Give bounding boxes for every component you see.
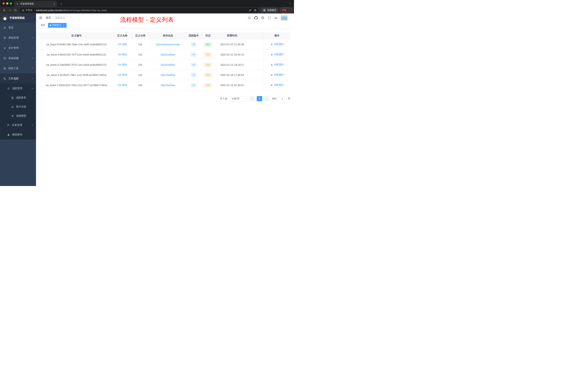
form-info-link[interactable]: /bpm/oa/flow [161,84,175,87]
tag-close-icon[interactable] [62,24,65,27]
definition-id: oa_leave:2:3c1f0ef1-76b1-11ec-9c66-a2380… [40,70,113,80]
sidebar-item-dev-tools[interactable]: 研发工具 [0,63,36,74]
browser-tab[interactable]: 芋道管理系统 [14,1,57,7]
deploy-time: 2022-01-22 21:48:38 [215,39,249,50]
assign-rule-link[interactable]: 分配规则 [271,63,284,66]
sidebar-item-process-model[interactable]: 流程模型 [0,111,36,120]
window-controls [2,2,12,5]
caret-down-icon [288,18,291,20]
forward-button[interactable] [7,8,12,13]
chevron-down-icon [31,47,33,49]
goto-unit-label: 页 [288,97,290,100]
workflow-icon [3,77,6,80]
browser-menu-icon[interactable] [288,9,290,11]
form-info-link[interactable]: /bpm/oa/leave/create [156,43,180,46]
sidebar-item-system[interactable]: 系统管理 [0,33,36,43]
new-tab-button[interactable] [59,1,64,6]
definition-name-link[interactable]: OA 请假 [118,63,127,66]
close-window-button[interactable] [2,2,5,5]
breadcrumb-current: 流程定义 [55,16,65,20]
goto-label: 前往 [272,97,277,100]
definition-category: OA [131,60,149,70]
assign-rule-link[interactable]: 分配规则 [271,83,284,87]
sidebar-item-process-management[interactable]: 流程管理 [0,84,36,93]
tag-process-definition[interactable]: 流程定义 [48,23,67,28]
form-info-link[interactable]: /bpm/oa/flow [161,74,175,77]
pagination-goto: 前往 页 [272,96,290,101]
table-row: oa_leave:1:482ec033-762a-11ec-8477-a2380… [40,80,290,90]
search-icon[interactable] [248,16,251,20]
bookmark-star-icon[interactable] [254,9,257,12]
minimize-window-button[interactable] [6,2,8,5]
assign-rule-link[interactable]: 分配规则 [271,73,284,77]
tab-title: 芋道管理系统 [20,2,51,5]
goto-page-input[interactable] [278,96,286,101]
sidebar-item-infrastructure[interactable]: 基础设施 [0,53,36,63]
fullscreen-icon[interactable] [268,16,271,20]
breadcrumb: 首页 / 流程定义 [46,16,65,20]
form-icon [11,97,14,99]
sidebar-item-home[interactable]: 首页 [0,22,36,33]
assign-rule-link[interactable]: 分配规则 [271,53,284,56]
url-input[interactable]: 不安全 dashboard.yudao.iocoder.cn/bpm/manag… [20,8,259,13]
navbar-actions [248,15,291,20]
definition-category: OA [131,50,149,60]
security-indicator[interactable]: 不安全 [22,9,32,12]
toolbox-icon [3,67,6,70]
sidebar-item-payment[interactable]: ¥ 支付管理 [0,43,36,53]
definition-table: 定义编号 定义名称 定义分类 表单信息 流程版本 状态 部署时间 操作 oa_l… [40,32,290,90]
definition-name-link[interactable]: OA 请假 [118,43,127,46]
page-url: dashboard.yudao.iocoder.cn/bpm/manager/d… [36,9,107,12]
sidebar-menu: 首页 系统管理 ¥ 支付管理 基础设施 研发工具 [0,22,36,139]
next-page-button[interactable] [264,96,269,101]
reload-button[interactable] [13,8,18,13]
user-menu[interactable] [281,15,291,20]
breadcrumb-separator: / [52,16,53,19]
col-status: 状态 [201,32,215,39]
sidebar-item-process-form[interactable]: 流程表单 [0,93,36,102]
chevron-down-icon [244,98,246,100]
users-icon [11,106,14,108]
table-header-row: 定义编号 定义名称 定义分类 表单信息 流程版本 状态 部署时间 操作 [40,32,290,39]
definition-name-link[interactable]: OA 请假 [118,53,127,56]
zoom-window-button[interactable] [10,2,12,5]
paper-plane-icon [11,115,14,117]
not-secure-warning-icon [22,9,24,11]
sidebar-item-leave-query[interactable]: 请假查询 [0,130,36,139]
incognito-label: 无痕模式 [267,9,276,12]
sidebar-item-task-management[interactable]: 任务管理 [0,120,36,130]
sidebar-item-user-group[interactable]: 用户分组 [0,102,36,111]
tab-close-icon[interactable] [52,2,56,5]
tab-search-icon[interactable] [289,2,291,5]
page-number-1[interactable]: 1 [257,96,262,101]
chevron-down-icon [31,67,33,69]
task-flag-icon [7,124,10,127]
chevron-up-icon [31,77,33,80]
page-size-select[interactable]: 10条/页 [230,96,248,101]
back-button[interactable] [2,8,7,13]
sidebar-logo[interactable]: 芋道管理系统 [0,13,36,22]
font-size-icon[interactable] [274,16,278,20]
assign-rule-link[interactable]: 分配规则 [271,43,284,46]
deploy-time: 2022-01-22 19:19:11 [215,60,249,70]
update-label: 更新 [282,9,286,12]
col-process-version: 流程版本 [187,32,201,39]
main-area: 首页 / 流程定义 首页 流程定义 [36,13,294,186]
github-icon[interactable] [254,16,258,20]
definition-name-link[interactable]: OA 请假 [118,73,127,76]
status-badge: 挂起 [204,73,212,77]
sidebar-item-workflow[interactable]: 工作流程 [0,74,36,84]
active-tag-dot [50,25,51,26]
password-key-icon[interactable] [249,9,252,12]
sidebar-collapse-icon[interactable] [39,16,42,20]
prev-page-button[interactable] [250,96,255,101]
browser-update-chip[interactable]: 更新 [280,8,292,12]
help-question-icon[interactable] [261,16,264,20]
chevron-up-icon [31,87,33,89]
yen-icon: ¥ [3,47,6,50]
breadcrumb-home-link[interactable]: 首页 [46,16,51,20]
tag-home[interactable]: 首页 [39,23,47,28]
definition-name-link[interactable]: OA 请假 [118,84,127,87]
form-info-link[interactable]: /bpm/oa/flow [161,53,175,56]
form-info-link[interactable]: /bpm/oa/flow [161,63,175,66]
